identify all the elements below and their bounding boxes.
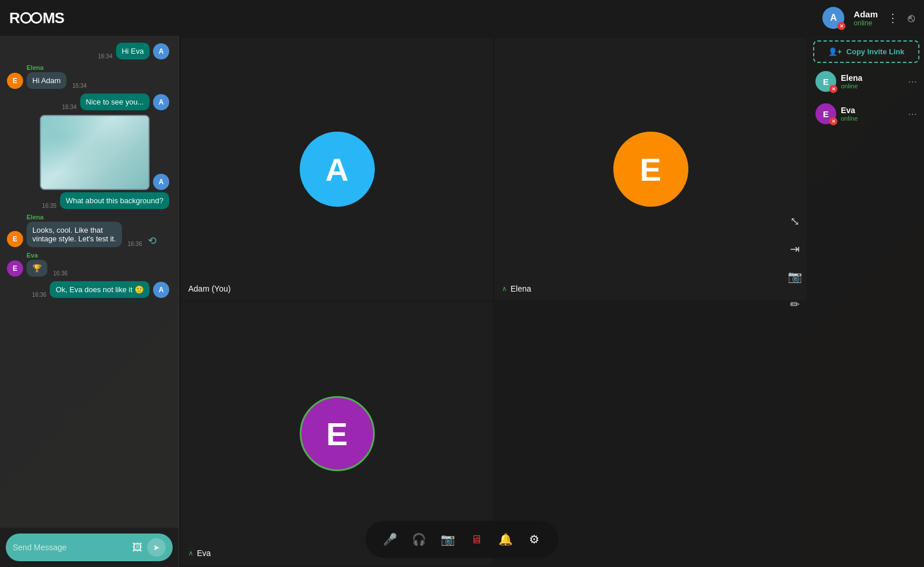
video-cell-adam: A Adam (You): [181, 38, 493, 300]
message-row: 16:34 Nice to see you... A: [7, 94, 172, 110]
participant-mic-off-eva: ✕: [829, 117, 837, 125]
participant-avatar-sm-elena: E ✕: [815, 71, 836, 92]
participant-avatar-elena: E: [613, 132, 688, 207]
bottom-toolbar: 🎤 🎧 📷 🖥 🔔 ⚙: [366, 521, 558, 558]
participant-avatar-eva: E: [300, 396, 375, 471]
participant-menu-elena[interactable]: ⋯: [908, 76, 917, 87]
bubble-content: Looks, cool. Like that vintage style. Le…: [27, 222, 142, 247]
chat-input-area: 🖼 ➤: [0, 528, 178, 567]
message-row: E Elena Hi Adam 16:34: [7, 64, 172, 89]
message-avatar: E: [7, 231, 23, 247]
bubble-group: Eva 🏆 16:36: [27, 252, 68, 277]
video-label-text: Adam (You): [188, 284, 230, 293]
message-input[interactable]: [13, 543, 128, 552]
video-label-elena: ∧ Elena: [502, 284, 531, 293]
logo-icon2: [31, 12, 42, 24]
message-row: E Eva 🏆 16:36: [7, 252, 172, 277]
more-options-icon[interactable]: ⋮: [887, 11, 899, 25]
participant-avatar-sm-eva: E ✕: [815, 103, 836, 124]
attachment-icon[interactable]: 🖼: [132, 542, 143, 554]
participant-menu-eva[interactable]: ⋯: [908, 109, 917, 120]
logo-text2: MS: [43, 9, 64, 27]
camera-button[interactable]: 📷: [435, 527, 460, 552]
panel-actions: ⤡ ⇥ 📷 ✏: [781, 206, 808, 319]
participant-status-eva: online: [841, 115, 903, 122]
header-status: online: [854, 19, 878, 27]
sidebar-toggle-icon[interactable]: ⇥: [784, 238, 805, 259]
message-bubble: Hi Adam: [27, 72, 66, 89]
header-icons: ⋮ ⎋: [887, 11, 915, 25]
chat-messages: 16:34 Hi Eva A E Elena Hi Adam 16:34 16:…: [0, 36, 178, 528]
right-sidebar: 👤+ Copy Invite Link E ✕ Elena online ⋯ E…: [808, 36, 924, 567]
mic-button[interactable]: 🎤: [377, 527, 403, 552]
copy-invite-icon: 👤+: [828, 47, 842, 56]
logo: R MS: [9, 9, 64, 27]
notification-button[interactable]: 🔔: [493, 527, 518, 552]
image-bubble: [40, 115, 150, 190]
message-bubble: What about this background?: [60, 192, 169, 209]
participant-info-eva: Eva online: [841, 106, 903, 122]
logo-icon: [20, 12, 32, 24]
send-button[interactable]: ➤: [147, 538, 166, 557]
settings-button[interactable]: ⚙: [521, 527, 547, 552]
message-time: 16:36: [128, 241, 142, 247]
headphone-button[interactable]: 🎧: [406, 527, 431, 552]
participant-avatar-adam: A: [300, 132, 375, 207]
video-label-eva: ∧ Eva: [188, 549, 211, 558]
copy-invite-label: Copy Invite Link: [847, 47, 904, 56]
exit-icon[interactable]: ⎋: [908, 12, 915, 25]
pencil-icon[interactable]: ✏: [784, 294, 805, 315]
message-bubble: Hi Eva: [116, 43, 150, 59]
participant-info-elena: Elena online: [841, 73, 903, 89]
message-bubble: Nice to see you...: [80, 94, 150, 110]
message-row: 16:34 Hi Eva A: [7, 43, 172, 59]
header: R MS A ✕ Adam online ⋮ ⎋: [0, 0, 924, 36]
message-avatar: A: [153, 43, 169, 59]
message-avatar: E: [7, 73, 23, 89]
message-text-row: 16:35 What about this background?: [39, 192, 169, 209]
message-time: 16:34: [62, 104, 77, 110]
message-time: 16:36: [32, 292, 46, 298]
header-right: A ✕ Adam online ⋮ ⎋: [822, 7, 915, 29]
camera-icon[interactable]: 📷: [784, 266, 805, 287]
bubble-content: 🏆 16:36: [27, 260, 68, 277]
header-avatar-initial: A: [830, 13, 837, 23]
message-avatar: A: [153, 282, 169, 298]
message-time: 16:35: [42, 203, 57, 209]
participant-name-eva: Eva: [841, 106, 903, 115]
bubble-group: Elena Looks, cool. Like that vintage sty…: [27, 214, 142, 247]
signal-icon: ∧: [502, 285, 507, 293]
header-username: Adam: [854, 9, 878, 19]
logo-text: R: [9, 9, 20, 27]
participant-item-eva: E ✕ Eva online ⋯: [813, 100, 919, 128]
message-sender: Eva: [27, 252, 68, 259]
header-avatar: A ✕: [822, 7, 844, 29]
resize-icon[interactable]: ⤡: [784, 211, 805, 232]
sync-icon: ⟲: [148, 234, 157, 247]
bubble-group: Elena Hi Adam 16:34: [27, 64, 87, 89]
participant-mic-off-elena: ✕: [829, 85, 837, 93]
chat-input-box: 🖼 ➤: [6, 534, 173, 561]
message-row: E Elena Looks, cool. Like that vintage s…: [7, 214, 172, 247]
chat-panel: 16:34 Hi Eva A E Elena Hi Adam 16:34 16:…: [0, 36, 179, 567]
message-time: 16:34: [98, 53, 113, 59]
header-user-info: Adam online: [854, 9, 878, 27]
screen-share-button[interactable]: 🖥: [464, 527, 489, 552]
message-time: 16:34: [72, 83, 87, 89]
message-bubble: 🏆: [27, 260, 47, 277]
header-mic-off-badge: ✕: [837, 22, 845, 30]
participant-name-elena: Elena: [841, 73, 903, 83]
participant-item-elena: E ✕ Elena online ⋯: [813, 68, 919, 95]
copy-invite-button[interactable]: 👤+ Copy Invite Link: [813, 40, 919, 63]
message-row: 16:36 Ok, Eva does not like it 🙂 A: [7, 281, 172, 298]
message-avatar: A: [153, 174, 169, 190]
signal-icon: ∧: [188, 549, 193, 557]
image-content: [41, 116, 148, 189]
participant-status-elena: online: [841, 83, 903, 89]
message-sender: Elena: [27, 64, 87, 71]
message-row: A 16:35 What about this background?: [7, 115, 172, 209]
message-sender: Elena: [27, 214, 142, 221]
video-cell-elena: E ∧ Elena: [495, 38, 806, 300]
message-avatar: A: [153, 94, 169, 110]
video-grid: A Adam (You) E ∧ Elena E ∧ Eva: [179, 36, 808, 567]
